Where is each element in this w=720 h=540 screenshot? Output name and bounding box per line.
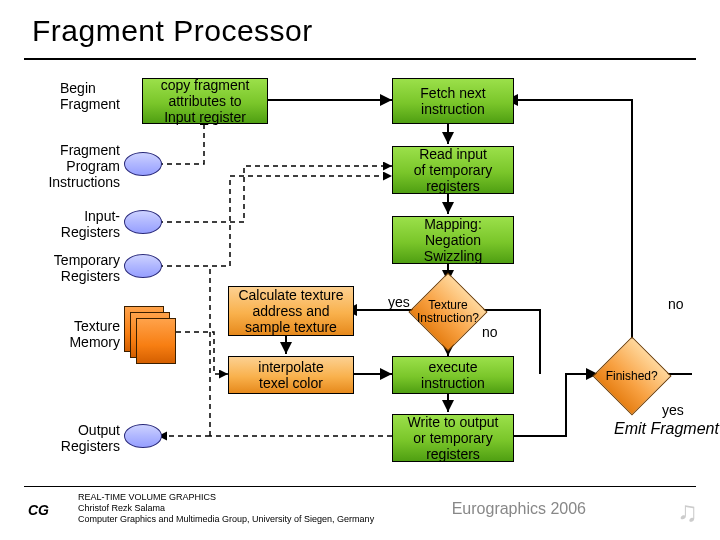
footer-rule [24, 486, 696, 487]
diamond-finished: Finished? [592, 336, 671, 415]
label-fpi: Fragment Program Instructions [34, 142, 120, 190]
title-rule [24, 58, 696, 60]
cg-logo: CG [28, 502, 49, 518]
eurographics: Eurographics 2006 [452, 500, 586, 518]
box-exec: execute instruction [392, 356, 514, 394]
label-texmem: Texture Memory [52, 318, 120, 350]
box-fetch: Fetch next instruction [392, 78, 514, 124]
box-interp: interpolate texel color [228, 356, 354, 394]
label-outreg: Output Registers [52, 422, 120, 454]
footer-text: REAL-TIME VOLUME GRAPHICSChristof Rezk S… [78, 492, 374, 525]
ellipse-tmpreg [124, 254, 162, 278]
edge-yes-tex: yes [388, 294, 410, 310]
diamond-texq: Texture Instruction? [408, 272, 487, 351]
page-title: Fragment Processor [32, 14, 313, 48]
slide: Fragment Processor Begin Fragment Fragme… [0, 0, 720, 540]
emit-label: Emit Fragment [614, 420, 719, 438]
edge-no-fin: no [668, 296, 684, 312]
box-copy: copy fragment attributes to Input regist… [142, 78, 268, 124]
ellipse-inreg [124, 210, 162, 234]
box-map: Mapping: Negation Swizzling [392, 216, 514, 264]
box-calc: Calculate texture address and sample tex… [228, 286, 354, 336]
box-read: Read input of temporary registers [392, 146, 514, 194]
label-tmpreg: Temporary Registers [40, 252, 120, 284]
music-note-icon: ♫ [677, 496, 698, 528]
edge-no-tex: no [482, 324, 498, 340]
edge-yes-fin: yes [662, 402, 684, 418]
label-inreg: Input- Registers [42, 208, 120, 240]
ellipse-fpi [124, 152, 162, 176]
label-begin: Begin Fragment [60, 80, 120, 112]
ellipse-outreg [124, 424, 162, 448]
box-write: Write to output or temporary registers [392, 414, 514, 462]
